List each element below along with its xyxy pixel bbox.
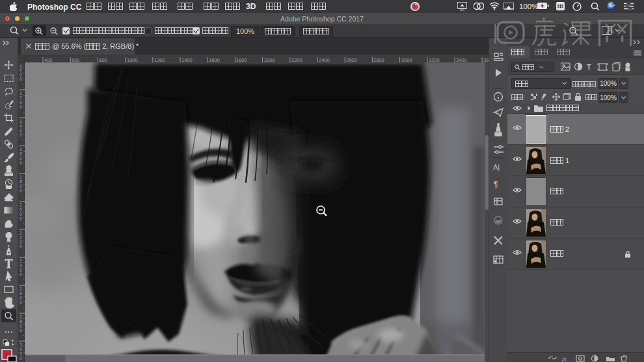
svg-text:0: 0: [20, 105, 22, 109]
svg-text:0: 0: [20, 161, 22, 165]
svg-text:0: 0: [20, 356, 22, 361]
svg-text:1: 1: [20, 119, 22, 123]
svg-text:1: 1: [20, 175, 22, 179]
svg-text:6: 6: [20, 151, 22, 156]
svg-text:0: 0: [20, 184, 22, 188]
svg-text:0: 0: [20, 240, 22, 244]
svg-text:0: 0: [20, 156, 22, 161]
svg-text:0: 0: [20, 268, 22, 272]
svg-text:0: 0: [20, 133, 22, 137]
svg-text:2: 2: [20, 231, 22, 235]
svg-text:2: 2: [20, 287, 22, 291]
svg-text:0: 0: [20, 216, 22, 221]
svg-text:A|: A|: [493, 163, 500, 171]
svg-text:T: T: [587, 63, 591, 71]
svg-text:4: 4: [20, 123, 22, 128]
svg-text:8: 8: [20, 319, 22, 324]
svg-text:2: 2: [20, 203, 22, 207]
svg-text:¶: ¶: [494, 180, 498, 189]
svg-text:0: 0: [20, 207, 22, 212]
svg-text:2: 2: [20, 315, 22, 319]
svg-text:0: 0: [20, 272, 22, 277]
svg-text:1: 1: [20, 147, 22, 151]
svg-text:4: 4: [20, 263, 22, 268]
svg-text:0: 0: [20, 244, 22, 249]
svg-text:0: 0: [20, 347, 22, 352]
svg-text:0: 0: [20, 324, 22, 328]
svg-text:0: 0: [20, 352, 22, 356]
svg-text:3: 3: [20, 343, 22, 347]
svg-text:0: 0: [20, 300, 22, 305]
svg-text:8: 8: [20, 179, 22, 184]
svg-text:0: 0: [20, 328, 22, 333]
svg-text:2: 2: [20, 259, 22, 263]
svg-text:0: 0: [20, 188, 22, 193]
svg-text:0: 0: [20, 72, 22, 77]
svg-text:1: 1: [20, 91, 22, 96]
svg-text:0: 0: [20, 128, 22, 133]
svg-text:2: 2: [20, 235, 22, 240]
svg-text:0: 0: [20, 100, 22, 105]
svg-text:0: 0: [20, 212, 22, 216]
svg-text:fx: fx: [562, 356, 567, 362]
svg-text:1: 1: [20, 63, 22, 68]
svg-text:0: 0: [20, 296, 22, 300]
svg-text:0: 0: [20, 77, 22, 81]
svg-text:2: 2: [20, 96, 22, 100]
svg-text:0: 0: [20, 68, 22, 72]
svg-text:6: 6: [20, 291, 22, 296]
